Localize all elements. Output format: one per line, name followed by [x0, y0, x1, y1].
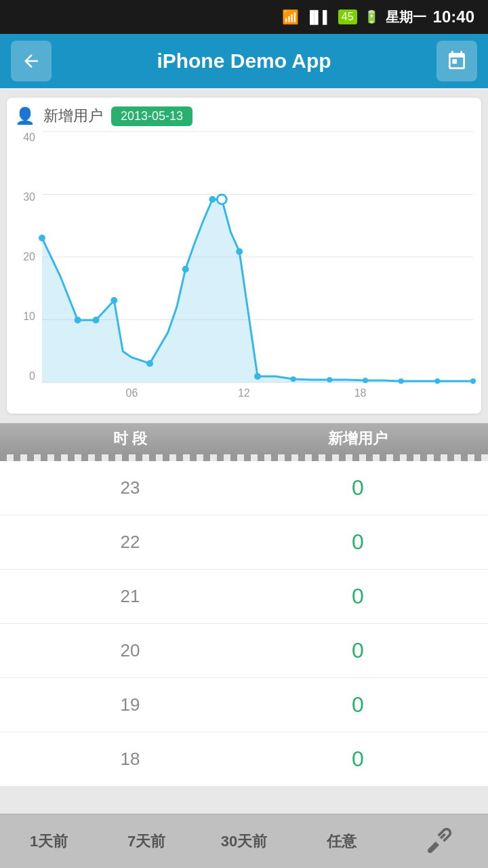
calendar-icon — [446, 50, 468, 72]
table-row: 23 0 — [0, 461, 488, 515]
page-title: iPhone Demo App — [52, 50, 436, 73]
cell-period-22: 22 — [16, 532, 244, 553]
cell-period-19: 19 — [16, 694, 244, 715]
cell-users-18: 0 — [244, 747, 472, 772]
table-header: 时 段 新增用户 — [0, 423, 488, 454]
cell-period-21: 21 — [16, 586, 244, 607]
chart-dot — [110, 297, 117, 304]
time-text: 10:40 — [433, 7, 474, 26]
cell-users-20: 0 — [244, 638, 472, 663]
chart-dot — [182, 266, 189, 273]
col-period-header: 时 段 — [16, 429, 244, 449]
y-label-10: 10 — [15, 311, 39, 323]
y-label-40: 40 — [15, 132, 39, 144]
chart-card: 👤 新增用户 2013-05-13 40 30 20 10 0 — [7, 98, 481, 414]
table-row: 18 0 — [0, 732, 488, 787]
calendar-button[interactable] — [436, 41, 477, 81]
x-label-18: 18 — [354, 387, 367, 399]
y-label-20: 20 — [15, 251, 39, 263]
back-button[interactable] — [11, 41, 52, 81]
chart-dot — [39, 235, 45, 241]
toolbar: iPhone Demo App — [0, 34, 488, 88]
day-text: 星期一 — [386, 8, 426, 26]
cell-period-23: 23 — [16, 477, 244, 498]
table-row: 20 0 — [0, 624, 488, 678]
line-chart-svg — [42, 132, 473, 382]
chart-dot — [209, 196, 216, 203]
nav-item-1day[interactable]: 1天前 — [0, 825, 98, 859]
battery-number: 45 — [338, 9, 357, 24]
battery-icon: 🔋 — [364, 9, 379, 24]
nav-item-7days[interactable]: 7天前 — [98, 825, 195, 859]
chart-dot — [327, 377, 332, 382]
chart-fill-area — [42, 199, 473, 382]
table-row: 19 0 — [0, 678, 488, 732]
cell-users-19: 0 — [244, 692, 472, 717]
chart-dot — [93, 317, 100, 323]
status-bar: 📶 ▐▌▌ 45 🔋 星期一 10:40 — [0, 0, 488, 34]
chart-area: 40 30 20 10 0 — [15, 132, 473, 403]
table-section: 时 段 新增用户 23 0 22 0 21 0 20 0 19 0 18 — [0, 423, 488, 787]
cell-period-20: 20 — [16, 640, 244, 661]
chart-dot — [75, 317, 81, 323]
chart-dot — [254, 373, 261, 380]
x-label-06: 06 — [126, 387, 138, 399]
back-arrow-icon — [21, 51, 41, 71]
nav-item-30days[interactable]: 30天前 — [195, 825, 293, 859]
nav-item-custom[interactable]: 任意 — [293, 825, 390, 859]
chart-dot — [236, 248, 243, 255]
wifi-icon: 📶 — [282, 9, 299, 25]
chart-dot — [434, 378, 440, 384]
nav-tool-button[interactable] — [390, 827, 488, 856]
chart-dot — [363, 378, 368, 383]
cell-users-21: 0 — [244, 584, 472, 609]
table-row: 21 0 — [0, 570, 488, 624]
tool-icon — [424, 827, 454, 856]
chart-dot — [146, 360, 153, 367]
table-row: 22 0 — [0, 515, 488, 570]
chart-dot — [291, 376, 296, 382]
chart-plot — [42, 132, 473, 382]
cell-users-22: 0 — [244, 530, 472, 555]
chart-y-labels: 40 30 20 10 0 — [15, 132, 39, 382]
col-users-header: 新增用户 — [244, 429, 472, 449]
bottom-nav: 1天前 7天前 30天前 任意 — [0, 814, 488, 868]
x-label-12: 12 — [238, 387, 250, 399]
signal-icon: ▐▌▌ — [306, 10, 331, 24]
y-label-0: 0 — [15, 370, 39, 382]
user-add-icon: 👤 — [15, 106, 35, 125]
chart-dot-highlight — [217, 195, 226, 204]
chart-header: 👤 新增用户 2013-05-13 — [15, 106, 473, 126]
y-label-30: 30 — [15, 191, 39, 203]
chart-dot — [470, 378, 476, 384]
chart-label: 新增用户 — [43, 106, 103, 126]
cell-period-18: 18 — [16, 749, 244, 770]
cell-users-23: 0 — [244, 475, 472, 500]
chart-date-badge: 2013-05-13 — [111, 106, 192, 126]
chart-dot — [399, 378, 404, 384]
chart-x-labels: 06 12 18 — [42, 384, 473, 403]
table-rows: 23 0 22 0 21 0 20 0 19 0 18 0 — [0, 461, 488, 787]
